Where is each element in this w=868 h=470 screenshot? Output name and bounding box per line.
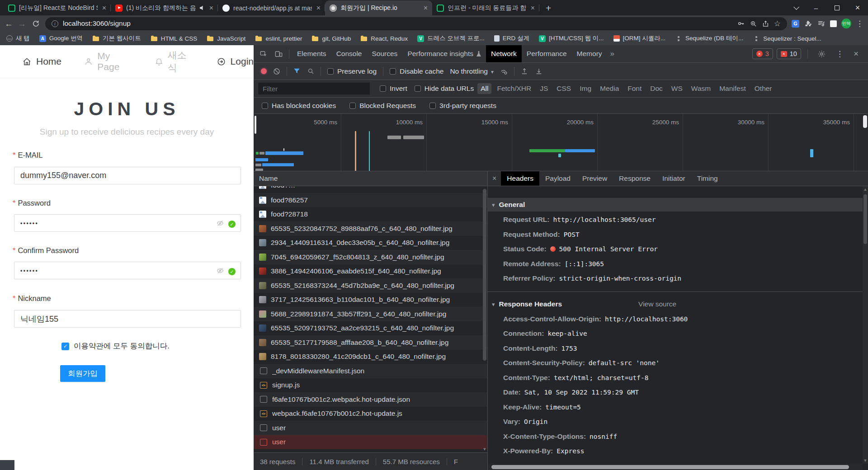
request-type-chip[interactable]: All [477,83,491,94]
overview-drag-handle[interactable] [255,116,256,134]
bookmark-star-icon[interactable] [774,19,781,28]
detail-tab[interactable]: Timing [691,171,724,186]
password-field[interactable] [14,214,241,232]
view-source-link[interactable]: View source [638,300,676,308]
request-type-chip[interactable]: Fetch/XHR [494,83,534,94]
bookmark-item[interactable]: Google 번역 [39,34,83,42]
network-request-row[interactable]: 3717_12425613663_b110dac101_b_640_480_no… [254,293,487,307]
network-request-row[interactable]: 5688_22989191874_33b57ff291_z_640_480_no… [254,307,487,321]
devtools-menu-icon[interactable] [833,49,847,59]
maximize-button[interactable] [826,0,847,15]
extension-square-icon[interactable] [830,20,837,27]
export-har-icon[interactable] [532,67,546,75]
request-type-chip[interactable]: WS [668,83,686,94]
console-errors-badge[interactable]: 3 [752,48,773,59]
filter-funnel-icon[interactable] [290,67,304,75]
devtools-scrollbar-thumb[interactable] [863,115,867,128]
block-filter-toggle[interactable]: 3rd-party requests [429,102,496,110]
tab-close-icon[interactable] [530,5,536,12]
request-type-chip[interactable]: Doc [647,83,666,94]
request-type-chip[interactable]: Other [751,83,775,94]
bookmark-item[interactable]: git, GitHub [311,35,351,42]
bookmark-item[interactable]: HTML & CSS [151,35,198,42]
devtools-tab[interactable]: Elements [292,45,331,62]
detail-tab[interactable]: Payload [539,171,576,186]
detail-scrollbar[interactable] [863,186,868,464]
network-request-row[interactable]: food?… [254,186,487,193]
minimize-button[interactable] [806,0,826,15]
block-filter-toggle[interactable]: Has blocked cookies [262,102,336,110]
bookmark-item[interactable]: eslint, prettier [255,35,302,42]
detail-horizontal-scrollbar[interactable] [488,464,863,470]
bookmark-item[interactable]: ERD 설계 [494,34,529,42]
detail-tab[interactable]: Preview [576,171,613,186]
tab-audio-icon[interactable] [200,5,205,10]
invert-filter-toggle[interactable]: Invert [380,85,407,93]
network-request-row[interactable]: user [254,421,487,435]
tab-close-icon[interactable] [208,5,214,12]
devtools-tab[interactable]: Performance insights [402,45,486,62]
scrollbar-thumb[interactable] [483,189,486,361]
tab-close-icon[interactable] [423,5,429,12]
request-type-chip[interactable]: JS [537,83,551,94]
devtools-tab[interactable]: Sources [367,45,403,62]
detail-tab[interactable]: Response [613,171,656,186]
devtools-close-icon[interactable] [850,49,862,59]
name-column-header[interactable]: Name [254,171,487,186]
network-request-row[interactable]: _devMiddlewareManifest.json [254,364,487,378]
request-type-chip[interactable]: Manifest [716,83,749,94]
profile-avatar[interactable]: 민덕 [841,19,851,28]
throttling-select[interactable]: No throttling [450,67,494,75]
network-request-row[interactable]: 2934_14409116314_0dec33e05b_c_640_480_no… [254,236,487,250]
block-filter-toggle[interactable]: Blocked Requests [349,102,416,110]
bookmark-item[interactable]: Sequelizer : Sequel... [753,35,821,42]
email-field[interactable] [14,167,241,184]
browser-tab[interactable]: (1) 비소리와 함께하는 음악: [111,0,218,15]
nav-my-page[interactable]: My Page [84,51,132,72]
extensions-puzzle-icon[interactable] [804,19,812,28]
bookmark-item[interactable]: 드레스 오브젝 프로... [417,34,485,42]
network-request-row[interactable]: food?86257 [254,193,487,207]
new-tab-button[interactable] [539,3,557,15]
request-list-scrollbar[interactable] [482,186,487,452]
network-request-row[interactable]: 7045_6942059627_f52c804813_z_640_480_nof… [254,250,487,264]
browser-tab[interactable]: [리뉴얼] React로 NodeBird SNS [4,0,111,15]
network-request-row[interactable]: 65535_52097193752_aa2ce93215_c_640_480_n… [254,321,487,336]
request-type-chip[interactable]: Img [576,83,594,94]
confirm-password-field[interactable] [14,262,241,279]
forward-button[interactable] [18,19,26,28]
network-request-row[interactable]: signup.js [254,378,487,393]
devtools-settings-gear-icon[interactable] [814,50,829,58]
scroll-down-icon[interactable] [863,458,868,463]
request-type-chip[interactable]: Media [597,83,622,94]
bookmark-item[interactable]: Sequelize (DB 테이... [675,34,743,42]
password-key-icon[interactable] [737,19,745,28]
zoom-icon[interactable] [750,20,757,28]
bookmark-item[interactable]: 새 탭 [6,34,30,42]
tab-search-chevron-icon[interactable] [785,0,806,15]
nav-news[interactable]: 새소식 [155,49,194,74]
network-overview-timeline[interactable]: 5000 ms 10000 ms 15000 ms [254,114,868,171]
translate-extension-icon[interactable]: G [792,20,799,28]
tab-close-icon[interactable] [101,5,107,12]
network-request-row[interactable]: 8178_8018330280_41c209dcb1_c_640_480_nof… [254,350,487,364]
network-request-row[interactable]: 3886_14942406106_eaabde515f_640_480_nofi… [254,264,487,279]
signup-submit-button[interactable]: 회원가입 [60,365,105,382]
bookmark-item[interactable]: JavaScript [207,35,245,42]
browser-tab[interactable]: react-nodebird/app.js at master [218,0,325,15]
nav-home[interactable]: Home [22,56,61,67]
request-type-chip[interactable]: Font [624,83,645,94]
scrollbar-thumb[interactable] [863,194,867,244]
browser-tab[interactable]: 회원가입 | Recipe.io [325,0,432,15]
disable-cache-toggle[interactable]: Disable cache [390,67,443,75]
nickname-field[interactable] [14,310,241,328]
bookmark-item[interactable]: 기본 웹사이트 [92,34,141,42]
hide-data-urls-toggle[interactable]: Hide data URLs [415,85,474,93]
share-icon[interactable] [762,20,769,28]
network-request-row[interactable]: 65535_52320847752_89888aaf76_c_640_480_n… [254,221,487,236]
scroll-down-icon[interactable] [482,447,487,451]
bookmark-item[interactable]: [ORM] 시퀄라... [613,34,666,42]
network-request-row[interactable]: user [254,435,487,450]
import-har-icon[interactable] [517,67,532,75]
address-bar[interactable]: i localhost:3060/signup [45,17,787,30]
